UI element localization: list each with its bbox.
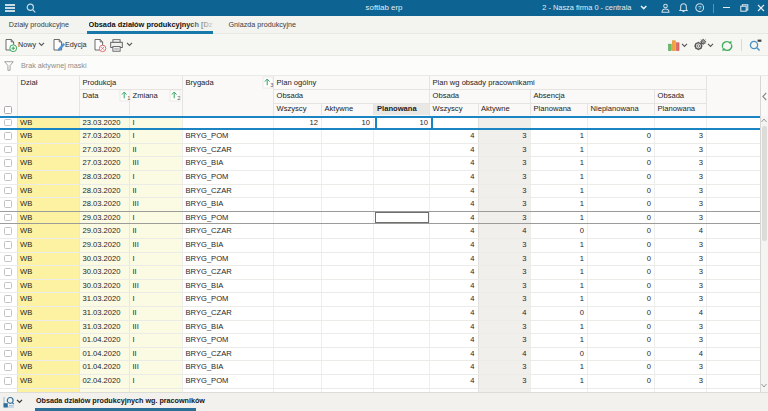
svg-text:?: ? [697,4,701,11]
svg-text:2: 2 [177,95,180,101]
svg-text:3: 3 [270,82,273,88]
svg-text:1: 1 [127,95,130,101]
